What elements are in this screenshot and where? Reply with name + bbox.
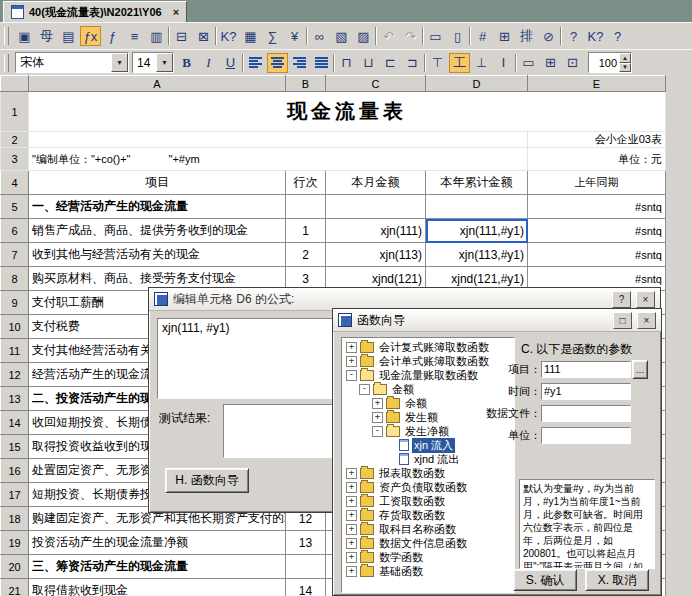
align-center-button[interactable] <box>267 53 288 73</box>
merge-cells-button[interactable]: ⊓ <box>336 53 357 73</box>
param-input[interactable]: 111 <box>541 361 631 378</box>
row-header[interactable]: 17 <box>1 483 29 507</box>
align-justify-button[interactable] <box>311 53 332 73</box>
column-header-b[interactable]: B <box>286 76 326 92</box>
tree-item[interactable]: + 取科目名称函数 <box>342 522 514 536</box>
row-header[interactable]: 10 <box>1 315 29 339</box>
view-button[interactable]: ∞ <box>309 26 330 46</box>
about-button[interactable]: ? <box>607 26 628 46</box>
print-preview-button[interactable]: ⊟ <box>171 26 192 46</box>
cell-prior-year[interactable]: #sntq <box>528 243 666 267</box>
align-right-button[interactable] <box>289 53 310 73</box>
param-input[interactable]: #y1 <box>541 383 631 400</box>
cell-line-no[interactable]: 14 <box>286 579 326 596</box>
border-outline-button[interactable]: ⊡ <box>562 53 583 73</box>
what-is-button[interactable]: K? <box>585 26 606 46</box>
tree-expander-icon[interactable]: + <box>346 482 357 493</box>
italic-button[interactable]: I <box>198 53 219 73</box>
tree-expander-icon[interactable]: + <box>372 412 383 423</box>
spin-up-icon[interactable]: ▲ <box>619 53 631 63</box>
column-header-a[interactable]: A <box>29 76 286 92</box>
tree-item[interactable]: + 存货取数函数 <box>342 508 514 522</box>
valign-top-button[interactable]: ⊤ <box>427 53 448 73</box>
insert-frame-button[interactable]: ▯ <box>447 26 468 46</box>
table-button[interactable]: ▦ <box>240 26 261 46</box>
dialog-titlebar[interactable]: 函数向导 □ × <box>333 309 661 332</box>
empty-cell[interactable] <box>29 132 528 148</box>
tree-expander-icon[interactable]: - <box>346 370 357 381</box>
print-button[interactable]: ⊠ <box>193 26 214 46</box>
unmerge-cells-button[interactable]: ⊔ <box>358 53 379 73</box>
worksheet-tab[interactable]: 40(现金流量表)\N2021\Y06 × <box>3 1 187 22</box>
confirm-button[interactable]: S. 确认 <box>513 569 577 591</box>
help-icon[interactable]: ? <box>612 291 631 308</box>
tree-expander-icon[interactable]: + <box>346 566 357 577</box>
insert-object-button[interactable]: ▭ <box>425 26 446 46</box>
tree-expander-icon[interactable]: + <box>346 538 357 549</box>
report-title[interactable]: 现金流量表 <box>29 92 666 132</box>
row-header[interactable]: 12 <box>1 363 29 387</box>
cell-month-amount[interactable]: xjn(111) <box>326 219 426 243</box>
currency-button[interactable]: ¥ <box>284 26 305 46</box>
row-header[interactable]: 2 <box>1 132 29 148</box>
cell-line-no[interactable]: 13 <box>286 531 326 555</box>
cell-month-amount[interactable] <box>326 195 426 219</box>
chevron-down-icon[interactable]: ▾ <box>111 53 128 72</box>
tree-expander-icon[interactable]: - <box>359 384 370 395</box>
tree-item[interactable]: xjnd 流出 <box>342 452 514 466</box>
tree-expander-icon[interactable]: + <box>346 552 357 563</box>
cell-prior-year[interactable]: #sntq <box>528 219 666 243</box>
font-select[interactable]: 宋体 ▾ <box>15 52 129 73</box>
tree-expander-icon[interactable]: + <box>346 496 357 507</box>
param-input[interactable] <box>541 405 631 422</box>
cell-ytd-amount[interactable] <box>426 195 528 219</box>
border-all-button[interactable]: ⊞ <box>540 53 561 73</box>
cell-prior-year[interactable]: #sntq <box>528 195 666 219</box>
row-header[interactable]: 3 <box>1 148 29 171</box>
cancel-button[interactable]: X. 取消 <box>585 569 649 591</box>
bold-button[interactable]: B <box>176 53 197 73</box>
cell-line-no[interactable]: 1 <box>286 219 326 243</box>
row-outline-button[interactable]: ≡ <box>124 26 145 46</box>
cell-ytd-amount[interactable]: 本年累计金额 <box>426 171 528 195</box>
chevron-down-icon[interactable]: ▾ <box>156 53 173 72</box>
toolbar-grip[interactable] <box>4 54 9 72</box>
cell-item[interactable]: 一、经营活动产生的现金流量 <box>29 195 286 219</box>
tree-item[interactable]: + 会计复式账簿取数函数 <box>342 340 514 354</box>
prepared-by-formula-cell[interactable]: "编制单位："+co()+""+#ym <box>29 148 528 171</box>
row-header[interactable]: 9 <box>1 291 29 315</box>
tree-item[interactable]: + 基础函数 <box>342 564 514 578</box>
row-header[interactable]: 14 <box>1 411 29 435</box>
cell-month-amount[interactable]: 本月金额 <box>326 171 426 195</box>
column-header-c[interactable]: C <box>326 76 426 92</box>
report-type-label[interactable]: 会小企业03表 <box>528 132 666 148</box>
save-button[interactable]: ▣ <box>14 26 35 46</box>
row-header[interactable]: 21 <box>1 579 29 596</box>
param-input[interactable] <box>541 427 631 444</box>
pinyin-button[interactable]: 母 <box>36 26 57 46</box>
cell-line-no[interactable] <box>286 555 326 579</box>
keyboard-button[interactable]: K? <box>218 26 239 46</box>
underline-button[interactable]: U <box>220 53 241 73</box>
row-header[interactable]: 16 <box>1 459 29 483</box>
cell-ytd-amount[interactable]: xjn(113,#y1) <box>426 243 528 267</box>
column-header-e[interactable]: E <box>528 76 666 92</box>
hash-grid-button[interactable]: # <box>472 26 493 46</box>
cell-line-no[interactable]: 2 <box>286 243 326 267</box>
row-header[interactable]: 19 <box>1 531 29 555</box>
cell-line-no[interactable] <box>286 195 326 219</box>
cell-prior-year[interactable]: 上年同期 <box>528 171 666 195</box>
font-size-select[interactable]: 14 ▾ <box>132 52 174 73</box>
border-none-button[interactable]: ▭ <box>518 53 539 73</box>
row-header[interactable]: 5 <box>1 195 29 219</box>
formula-mode-button[interactable]: ƒx <box>80 26 101 46</box>
tree-expander-icon[interactable]: + <box>346 510 357 521</box>
row-header[interactable]: 7 <box>1 243 29 267</box>
tree-expander-icon[interactable]: + <box>346 342 357 353</box>
unit-label[interactable]: 单位：元 <box>528 148 666 171</box>
sort-button[interactable]: 排 <box>516 26 537 46</box>
spin-down-icon[interactable]: ▼ <box>619 63 631 73</box>
row-header[interactable]: 13 <box>1 387 29 411</box>
tree-expander-icon[interactable]: + <box>346 356 357 367</box>
row-header[interactable]: 4 <box>1 171 29 195</box>
